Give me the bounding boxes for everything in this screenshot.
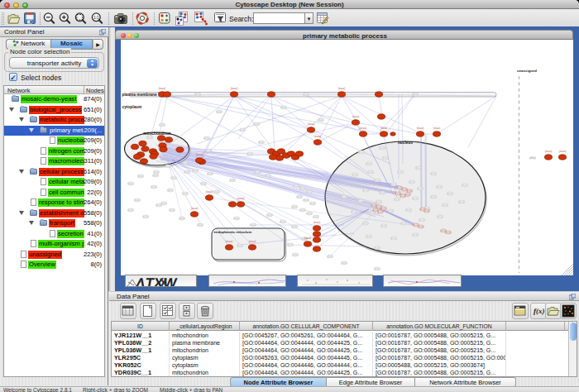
svg-text:yl=(a): yl=(a): [418, 225, 423, 228]
svg-text:yl=(a): yl=(a): [237, 244, 242, 247]
svg-text:yl=(a): yl=(a): [374, 179, 380, 182]
svg-text:yl=(a): yl=(a): [377, 210, 383, 213]
svg-text:yl=(a): yl=(a): [400, 222, 406, 225]
svg-text:yl=(a): yl=(a): [127, 208, 133, 212]
svg-text:yl=(a): yl=(a): [306, 190, 312, 194]
svg-text:yl=(a): yl=(a): [182, 161, 188, 165]
svg-text:yl=(a): yl=(a): [280, 220, 285, 223]
svg-text:yl=(a): yl=(a): [430, 172, 436, 175]
svg-text:yl=(a): yl=(a): [266, 213, 272, 217]
svg-text:(xx=a): (xx=a): [313, 221, 320, 224]
svg-text:yl=(a): yl=(a): [362, 189, 368, 192]
svg-text:yl=(a): yl=(a): [442, 203, 447, 207]
svg-text:yl=(a): yl=(a): [394, 198, 400, 201]
svg-text:yl=(a): yl=(a): [303, 93, 309, 96]
svg-text:yl=(a): yl=(a): [412, 233, 418, 237]
svg-text:plasma membrane: plasma membrane: [122, 93, 157, 97]
svg-text:(xx=a): (xx=a): [314, 135, 321, 138]
svg-text:yl=(a): yl=(a): [299, 208, 305, 212]
svg-text:yl=(a): yl=(a): [412, 197, 418, 200]
svg-text:(xx=a): (xx=a): [545, 150, 552, 153]
svg-text:yl=(a): yl=(a): [153, 170, 159, 174]
svg-text:yl=(a): yl=(a): [159, 123, 165, 127]
svg-text:yl=(a): yl=(a): [318, 118, 323, 122]
svg-text:yl=(a): yl=(a): [293, 184, 299, 188]
svg-text:(xx=a): (xx=a): [308, 122, 314, 126]
svg-text:yl=(a): yl=(a): [160, 202, 166, 205]
svg-text:(xx=a): (xx=a): [380, 127, 387, 130]
svg-text:(xx=a): (xx=a): [559, 150, 566, 153]
svg-text:yl=(a): yl=(a): [462, 184, 467, 187]
svg-text:yl=(a): yl=(a): [165, 165, 170, 168]
svg-text:yl=(a): yl=(a): [200, 182, 206, 185]
svg-text:(xx=a): (xx=a): [249, 240, 256, 243]
svg-text:yl=(a): yl=(a): [458, 200, 464, 203]
svg-text:yl=(a): yl=(a): [134, 198, 140, 202]
svg-text:yl=(a): yl=(a): [291, 225, 297, 228]
svg-text:(xx=a): (xx=a): [191, 207, 198, 210]
svg-text:yl=(a): yl=(a): [341, 195, 347, 198]
svg-text:endoplasmic reticulum: endoplasmic reticulum: [214, 230, 252, 234]
svg-text:yl=(a): yl=(a): [415, 166, 421, 170]
svg-text:yl=(a): yl=(a): [390, 237, 396, 240]
svg-text:yl=(a): yl=(a): [374, 246, 380, 250]
svg-text:yl=(a): yl=(a): [213, 190, 219, 194]
svg-text:(xx=a): (xx=a): [196, 153, 203, 156]
svg-text:(xx=a): (xx=a): [360, 127, 366, 130]
svg-text:yl=(a): yl=(a): [207, 172, 213, 175]
svg-text:yl=(a): yl=(a): [405, 208, 411, 212]
svg-text:(xx=a): (xx=a): [352, 115, 359, 118]
svg-text:yl=(a): yl=(a): [169, 208, 175, 212]
svg-text:yl=(a): yl=(a): [265, 174, 270, 177]
svg-text:yl=(a): yl=(a): [436, 185, 442, 189]
svg-text:yl=(a): yl=(a): [362, 222, 368, 225]
svg-text:yl=(a): yl=(a): [382, 156, 388, 160]
svg-text:yl=(a): yl=(a): [253, 122, 259, 126]
svg-text:yl=(a): yl=(a): [197, 223, 203, 227]
svg-text:yl=(a): yl=(a): [313, 215, 318, 218]
svg-text:yl=(a): yl=(a): [254, 170, 260, 174]
svg-text:cytoplasm: cytoplasm: [122, 105, 142, 109]
svg-text:yl=(a): yl=(a): [380, 224, 386, 227]
svg-text:yl=(a): yl=(a): [303, 198, 309, 202]
svg-text:yl=(a): yl=(a): [280, 106, 286, 109]
svg-text:yl=(a): yl=(a): [205, 149, 211, 152]
svg-text:yl=(a): yl=(a): [379, 146, 385, 150]
svg-text:(xx=a): (xx=a): [417, 127, 423, 130]
svg-text:yl=(a): yl=(a): [341, 261, 347, 265]
svg-text:yl=(a): yl=(a): [258, 141, 264, 144]
svg-text:yl=(a): yl=(a): [170, 176, 176, 179]
svg-text:yl=(a): yl=(a): [296, 195, 302, 198]
svg-text:yl=(a): yl=(a): [404, 193, 410, 196]
svg-text:yl=(a): yl=(a): [366, 235, 371, 238]
svg-text:(xx=a): (xx=a): [433, 127, 440, 130]
svg-text:yl=(a): yl=(a): [146, 136, 152, 139]
svg-text:yl=(a): yl=(a): [292, 253, 298, 256]
svg-text:yl=(a): yl=(a): [447, 192, 452, 195]
svg-text:yl=(a): yl=(a): [327, 255, 333, 258]
svg-text:yl=(a): yl=(a): [387, 209, 393, 213]
svg-text:(xx=a): (xx=a): [304, 237, 311, 240]
svg-text:yl=(a): yl=(a): [417, 187, 423, 190]
svg-text:yl=(a): yl=(a): [184, 170, 189, 174]
svg-text:yl=(a): yl=(a): [229, 179, 235, 182]
svg-text:yl=(a): yl=(a): [374, 267, 380, 270]
svg-text:yl=(a): yl=(a): [352, 173, 357, 176]
svg-text:yl=(a): yl=(a): [137, 174, 143, 178]
svg-text:yl=(a): yl=(a): [142, 215, 148, 218]
svg-text:yl=(a): yl=(a): [366, 162, 371, 165]
svg-text:(xx=a): (xx=a): [231, 87, 237, 90]
svg-text:yl=(a): yl=(a): [291, 205, 297, 208]
svg-text:yl=(a): yl=(a): [351, 210, 356, 213]
svg-text:yl=(a): yl=(a): [192, 169, 198, 172]
svg-text:yl=(a): yl=(a): [379, 191, 385, 194]
svg-text:unassigned: unassigned: [517, 69, 537, 73]
svg-text:yl=(a): yl=(a): [309, 202, 315, 205]
svg-text:yl=(a): yl=(a): [194, 93, 200, 96]
svg-text:yl=(a): yl=(a): [233, 217, 239, 220]
svg-text:yl=(a): yl=(a): [246, 152, 252, 155]
svg-text:yl=(a): yl=(a): [409, 180, 414, 184]
svg-text:(xx=a): (xx=a): [206, 190, 213, 194]
svg-text:yl=(a): yl=(a): [437, 215, 443, 218]
svg-text:yl=(a): yl=(a): [430, 195, 436, 198]
